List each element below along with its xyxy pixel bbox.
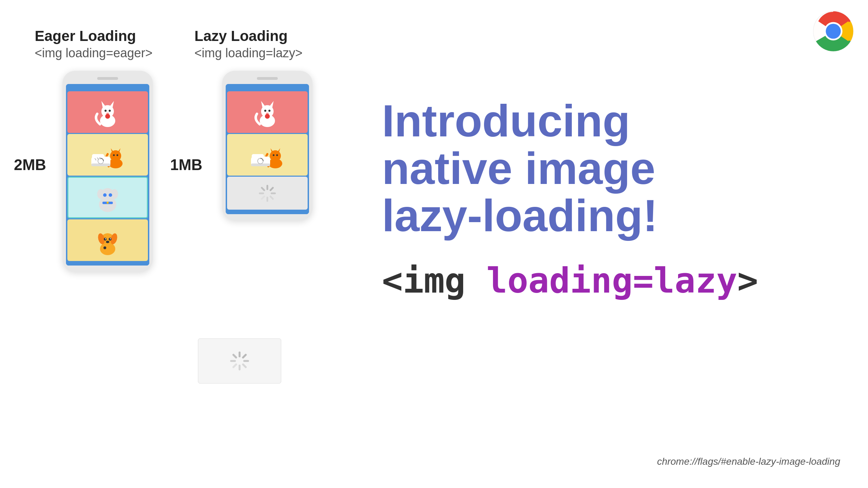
- svg-line-65: [270, 196, 273, 199]
- svg-point-38: [105, 238, 106, 239]
- svg-marker-52: [270, 148, 274, 153]
- phone-notch: [97, 77, 118, 80]
- eager-shoes-card: [67, 134, 148, 176]
- svg-point-54: [273, 154, 275, 156]
- svg-point-12: [110, 150, 121, 161]
- svg-point-10: [105, 114, 110, 119]
- intro-text-block: Introducing native image lazy-loading! <…: [382, 97, 833, 301]
- svg-point-26: [97, 189, 104, 199]
- eager-loading-panel: Eager Loading <img loading=eager>: [35, 28, 181, 272]
- lazy-loading-title: Lazy Loading: [194, 28, 340, 44]
- eager-dog-blue-card: [67, 177, 148, 218]
- eager-dog-yellow-card: [67, 219, 148, 261]
- svg-marker-44: [261, 101, 266, 108]
- svg-point-15: [113, 154, 115, 156]
- lazy-phone-mockup: [222, 71, 312, 220]
- svg-line-66: [270, 188, 273, 190]
- svg-point-7: [105, 110, 107, 112]
- lazy-shoes-card: [227, 134, 308, 176]
- svg-line-67: [262, 196, 264, 199]
- svg-point-49: [265, 114, 270, 119]
- svg-point-31: [107, 202, 109, 204]
- introducing-heading: Introducing native image lazy-loading!: [382, 97, 833, 239]
- svg-point-27: [111, 189, 118, 199]
- chrome-logo: [812, 10, 854, 52]
- svg-point-46: [264, 110, 266, 112]
- lazy-loading-panel: Lazy Loading <img loading=lazy>: [194, 28, 340, 220]
- svg-line-75: [233, 364, 236, 367]
- lazy-spinner-card-1: [227, 177, 308, 210]
- svg-line-72: [233, 355, 236, 357]
- svg-point-39: [110, 238, 111, 239]
- svg-line-74: [243, 355, 246, 357]
- svg-line-73: [243, 364, 246, 367]
- svg-point-2: [826, 24, 841, 39]
- svg-point-40: [106, 241, 109, 243]
- svg-marker-5: [101, 101, 106, 108]
- lazy-spinner-card-2: [198, 338, 281, 384]
- svg-marker-6: [109, 101, 114, 108]
- svg-marker-45: [269, 101, 274, 108]
- flags-url: chrome://flags/#enable-lazy-image-loadin…: [657, 456, 840, 467]
- svg-point-47: [268, 110, 270, 112]
- svg-point-8: [109, 110, 111, 112]
- svg-line-64: [262, 188, 264, 190]
- svg-point-29: [109, 193, 112, 197]
- svg-point-16: [117, 154, 118, 156]
- svg-marker-53: [277, 148, 280, 153]
- eager-loading-title: Eager Loading: [35, 28, 181, 44]
- svg-marker-13: [111, 148, 114, 153]
- lazy-cat-card: [227, 91, 308, 133]
- eager-phone-screen: [66, 84, 149, 266]
- svg-marker-14: [117, 148, 120, 153]
- code-snippet: <img loading=lazy>: [382, 260, 833, 301]
- lazy-phone-notch: [257, 77, 278, 80]
- eager-loading-subtitle: <img loading=eager>: [35, 46, 181, 60]
- svg-point-51: [270, 150, 281, 161]
- svg-point-28: [103, 193, 107, 197]
- svg-point-41: [103, 246, 106, 249]
- lazy-loading-subtitle: <img loading=lazy>: [194, 46, 340, 60]
- eager-cat-card: [67, 91, 148, 133]
- svg-point-55: [276, 154, 278, 156]
- lazy-phone-screen: [226, 84, 309, 214]
- eager-phone-mockup: [62, 71, 153, 272]
